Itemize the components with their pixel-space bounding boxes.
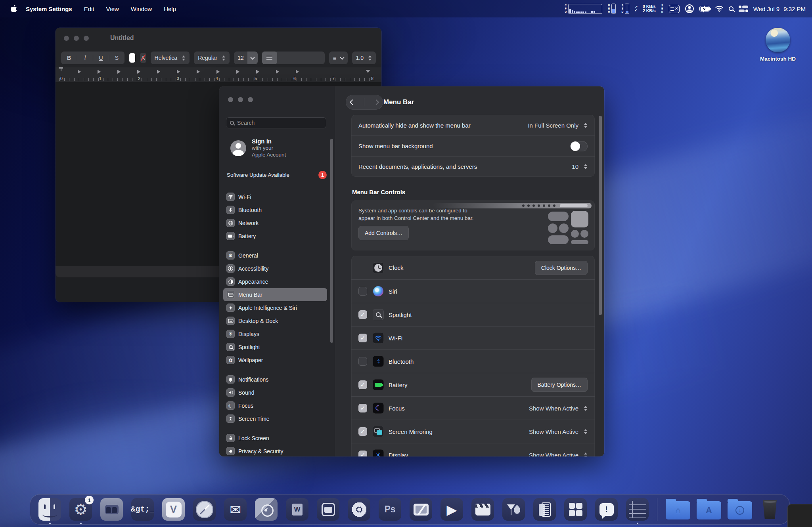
zoom-button[interactable]	[84, 36, 89, 41]
sidebar-item-wallpaper[interactable]: ✿ Wallpaper	[223, 353, 327, 367]
clock-options-button[interactable]: Clock Options…	[535, 261, 588, 275]
sidebar-item-screen-time[interactable]: Screen Time	[223, 412, 327, 425]
menu-view[interactable]: View	[106, 6, 119, 12]
dock-item-word[interactable]: W	[286, 498, 308, 521]
dock-item-score-editor[interactable]	[626, 498, 649, 521]
minimize-button[interactable]	[74, 36, 79, 41]
recent-items-value[interactable]: 10	[572, 163, 578, 170]
ssd-widget[interactable]: SSD	[621, 4, 629, 14]
dock-item-iphone-mirroring[interactable]	[533, 498, 556, 521]
strikethrough-button[interactable]: S	[109, 55, 124, 61]
search-input[interactable]: Search	[226, 117, 326, 128]
left-margin-marker[interactable]	[59, 67, 63, 69]
window-controls[interactable]	[64, 36, 89, 41]
stepper-icon[interactable]	[583, 452, 588, 456]
dock-item-downloads-folder[interactable]: ↓	[728, 498, 750, 521]
siri-checkbox[interactable]	[358, 287, 367, 296]
sidebar-item-accessibility[interactable]: Accessibility	[223, 262, 327, 275]
wifi-checkbox[interactable]: ✓	[358, 334, 367, 342]
sidebar-item-desktop-dock[interactable]: Desktop & Dock	[223, 314, 327, 327]
spotlight-checkbox[interactable]: ✓	[358, 310, 367, 319]
cpu-widget[interactable]: CPU	[564, 4, 602, 14]
sidebar-item-notifications[interactable]: Notifications	[223, 373, 327, 386]
dock-item-preview[interactable]	[410, 498, 432, 521]
macintosh-hd-desktop-icon[interactable]: Macintosh HD	[760, 28, 796, 62]
display-checkbox[interactable]: ✓	[358, 451, 367, 456]
apple-menu-icon[interactable]	[10, 5, 17, 13]
font-style-dropdown[interactable]: Regular	[194, 52, 230, 64]
menu-help[interactable]: Help	[164, 6, 176, 12]
font-family-dropdown[interactable]: Helvetica	[151, 52, 190, 64]
wifi-icon[interactable]	[715, 5, 724, 12]
textedit-titlebar[interactable]: Untitled	[56, 28, 381, 48]
minimize-button[interactable]	[238, 97, 243, 102]
dock-item-mail[interactable]: ✉	[224, 498, 247, 521]
spotlight-search-icon[interactable]	[729, 6, 733, 11]
dock-item-terminal[interactable]: &gt;_	[131, 498, 154, 521]
sensors-widget[interactable]: SEN	[661, 4, 664, 13]
user-account-icon[interactable]	[685, 4, 694, 13]
close-button[interactable]	[228, 97, 233, 102]
close-button[interactable]	[64, 36, 69, 41]
sidebar-item-apple-intelligence-siri[interactable]: Apple Intelligence & Siri	[223, 301, 327, 314]
font-size-dropdown[interactable]	[247, 52, 258, 64]
stepper-icon[interactable]	[583, 428, 588, 435]
battery-checkbox[interactable]: ✓	[358, 380, 367, 389]
italic-button[interactable]: I	[77, 55, 93, 61]
dock-item-home-folder[interactable]: ⌂	[666, 498, 688, 521]
control-center-icon[interactable]	[739, 6, 748, 12]
font-size-field[interactable]: 12	[234, 52, 247, 64]
sign-in-item[interactable]: Sign in with your Apple Account	[230, 138, 286, 158]
menu-bar-clock[interactable]: Wed Jul 9 9:32 PM	[753, 6, 806, 12]
dock-item-photoshop[interactable]: Ps	[379, 498, 401, 521]
dock-item-safari[interactable]	[193, 498, 216, 521]
stepper-icon[interactable]	[583, 122, 588, 128]
sidebar-item-sound[interactable]: Sound	[223, 386, 327, 399]
sidebar-item-battery[interactable]: Battery	[223, 229, 327, 242]
dock-item-trash[interactable]	[758, 498, 781, 521]
dock-item-photos[interactable]	[348, 498, 370, 521]
sidebar-scrollbar[interactable]	[330, 139, 333, 343]
stepper-icon[interactable]	[583, 405, 588, 411]
text-color-well[interactable]	[129, 53, 136, 63]
sidebar-item-lock-screen[interactable]: Lock Screen	[223, 432, 327, 445]
dock-item-system-settings[interactable]: 1 ⚙	[69, 498, 92, 521]
sidebar-item-focus[interactable]: ☾ Focus	[223, 399, 327, 412]
sidebar-item-spotlight[interactable]: Spotlight	[223, 340, 327, 353]
active-app-menu[interactable]: System Settings	[26, 6, 72, 12]
memory-widget[interactable]: MEM	[607, 4, 616, 14]
dock-item-screenshot[interactable]	[317, 498, 339, 521]
bold-button[interactable]: B	[61, 55, 77, 61]
add-controls-button[interactable]: Add Controls…	[358, 226, 409, 240]
network-speed-widget[interactable]: 0 KB/s 2 KB/s	[643, 4, 656, 13]
dock-item-launcher-grid[interactable]	[564, 498, 587, 521]
screen-mirroring-checkbox[interactable]: ✓	[358, 427, 367, 436]
underline-button[interactable]: U	[93, 55, 109, 61]
sidebar-item-wifi[interactable]: Wi-Fi	[223, 190, 327, 203]
main-scrollbar[interactable]	[599, 116, 602, 315]
battery-charging-icon[interactable]	[699, 6, 710, 11]
battery-options-button[interactable]: Battery Options…	[531, 378, 588, 392]
textedit-ruler[interactable]: 0 1 2 3 4 5 6 7 8	[56, 67, 381, 82]
right-margin-marker[interactable]	[366, 70, 370, 73]
sidebar-item-appearance[interactable]: Appearance	[223, 275, 327, 288]
menu-bar-background-toggle[interactable]	[570, 141, 588, 151]
forward-button[interactable]	[373, 99, 379, 105]
dock-item-finder[interactable]	[38, 498, 61, 521]
network-arrows-icon[interactable]: ↗ ↙	[634, 6, 638, 12]
auto-hide-value[interactable]: In Full Screen Only	[528, 122, 578, 129]
dock-item-screen-sharing[interactable]	[100, 498, 123, 521]
window-controls[interactable]	[228, 97, 253, 102]
sidebar-item-privacy-security[interactable]: Privacy & Security	[223, 445, 327, 456]
stepper-icon[interactable]	[583, 164, 588, 170]
dock-item-tiki-game[interactable]	[502, 498, 525, 521]
align-left-button[interactable]	[262, 52, 277, 64]
dock-item-media-player[interactable]: ▶	[440, 498, 463, 521]
sidebar-item-displays[interactable]: ☀ Displays	[223, 327, 327, 340]
list-style-dropdown[interactable]: ≡	[329, 52, 348, 64]
clear-style-button[interactable]: A	[140, 53, 146, 63]
focus-checkbox[interactable]: ✓	[358, 404, 367, 412]
line-spacing-stepper[interactable]: 1.0	[352, 52, 376, 64]
sidebar-item-general[interactable]: ⚙ General	[223, 249, 327, 262]
dock-item-applications-folder[interactable]: A	[697, 498, 719, 521]
